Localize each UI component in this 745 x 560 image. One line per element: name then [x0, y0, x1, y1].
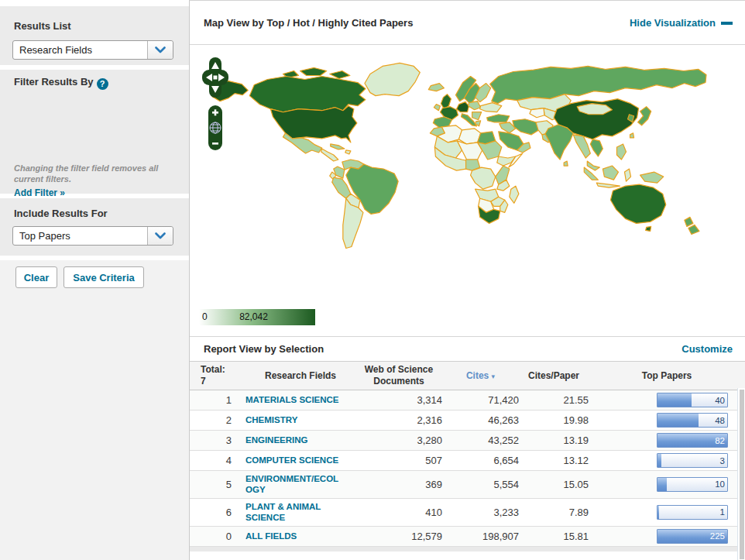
sort-desc-icon: ▾	[492, 373, 496, 380]
hide-visualization-link[interactable]: Hide Visualization	[630, 17, 733, 29]
rank-cell: 4	[190, 455, 239, 466]
legend-max: 82,042	[239, 311, 268, 322]
filter-section: Filter Results By? Changing the filter f…	[0, 70, 189, 194]
rank-cell: 3	[190, 435, 239, 446]
table-row: 6 PLANT & ANIMAL SCIENCE 410 3,233 7.89 …	[190, 499, 745, 527]
top-papers-bar: 10	[657, 477, 728, 492]
clear-button[interactable]: Clear	[15, 266, 57, 288]
docs-cell: 3,314	[355, 394, 442, 406]
top-papers-bar: 40	[657, 393, 728, 407]
legend-min: 0	[202, 311, 208, 322]
docs-cell: 12,579	[355, 531, 442, 542]
cites-column-header[interactable]: Cites ▾	[442, 370, 519, 382]
field-link[interactable]: MATERIALS SCIENCE	[245, 394, 345, 405]
results-list-select[interactable]: Research Fields	[12, 40, 173, 60]
total-header: Total: 7	[190, 364, 239, 387]
field-link[interactable]: CHEMISTRY	[245, 414, 345, 425]
rank-cell: 2	[190, 414, 239, 426]
cites-per-paper-cell: 15.81	[519, 531, 589, 542]
viz-header: Map View by Top / Hot / Highly Cited Pap…	[190, 1, 745, 45]
table-row: 4 COMPUTER SCIENCE 507 6,654 13.12 3	[190, 451, 745, 471]
top-papers-column-header: Top Papers	[589, 370, 745, 382]
scrollbar-thumb[interactable]	[740, 390, 744, 559]
cites-per-paper-cell: 15.05	[519, 479, 589, 490]
customize-link[interactable]: Customize	[681, 343, 733, 355]
cites-cell: 3,233	[442, 507, 519, 518]
include-results-value: Top Papers	[13, 230, 147, 242]
rank-cell: 6	[190, 507, 239, 518]
field-link[interactable]: ENGINEERING	[245, 435, 345, 445]
report-title: Report View by Selection	[204, 343, 681, 355]
results-list-value: Research Fields	[13, 44, 147, 56]
filter-title: Filter Results By?	[14, 76, 108, 90]
top-papers-bar: 3	[657, 453, 728, 468]
actions-section	[0, 260, 189, 560]
field-link[interactable]: ENVIRONMENT/ECOLOGY	[245, 473, 345, 496]
top-papers-value: 1	[720, 507, 725, 517]
table-row: 5 ENVIRONMENT/ECOLOGY 369 5,554 15.05 10	[190, 471, 745, 499]
top-papers-bar-fill	[657, 414, 699, 427]
filter-sidebar: Results List Research Fields Filter Resu…	[0, 0, 189, 560]
add-filter-link[interactable]: Add Filter »	[14, 187, 65, 198]
cites-cell: 198,907	[442, 531, 519, 542]
rank-cell: 1	[190, 394, 239, 406]
include-results-section: Include Results For Top Papers	[0, 198, 189, 256]
main-panel: Map View by Top / Hot / Highly Cited Pap…	[189, 0, 745, 560]
docs-cell: 2,316	[355, 414, 442, 426]
cites-per-paper-cell: 13.12	[519, 455, 589, 466]
cites-per-paper-column-header: Cites/Paper	[519, 370, 589, 382]
table-footer	[190, 547, 745, 551]
save-criteria-button[interactable]: Save Criteria	[64, 266, 144, 288]
cites-cell: 43,252	[442, 435, 519, 446]
top-papers-value: 40	[715, 396, 725, 405]
top-papers-bar: 1	[657, 505, 728, 520]
top-papers-bar-fill	[657, 478, 667, 491]
top-papers-bar: 48	[657, 413, 728, 428]
viz-title: Map View by Top / Hot / Highly Cited Pap…	[204, 17, 630, 29]
table-row: 2 CHEMISTRY 2,316 46,263 19.98 48	[190, 411, 745, 431]
field-link[interactable]: COMPUTER SCIENCE	[245, 455, 345, 466]
rank-cell: 0	[190, 531, 239, 542]
cites-per-paper-cell: 21.55	[519, 394, 589, 406]
top-papers-bar-fill	[657, 454, 661, 467]
map-pan-zoom-control[interactable]	[201, 56, 232, 153]
cites-cell: 71,420	[442, 394, 519, 406]
table-header-row: Total: 7 Research Fields Web of Science …	[190, 362, 745, 390]
report-header: Report View by Selection Customize	[190, 336, 745, 362]
top-papers-value: 225	[710, 531, 725, 541]
include-results-label: Include Results For	[14, 208, 108, 219]
top-papers-value: 48	[715, 416, 725, 425]
results-list-section: Results List Research Fields	[0, 6, 189, 65]
table-row: 0 ALL FIELDS 12,579 198,907 15.81 225	[190, 527, 745, 547]
help-icon[interactable]: ?	[97, 78, 108, 90]
top-papers-value: 82	[715, 436, 725, 445]
top-papers-bar: 225	[657, 529, 728, 544]
table-body: 1 MATERIALS SCIENCE 3,314 71,420 21.55 4…	[190, 390, 745, 547]
filter-note: Changing the filter field removes all cu…	[14, 163, 173, 185]
top-papers-value: 10	[715, 479, 725, 489]
docs-cell: 369	[355, 479, 442, 490]
cites-cell: 5,554	[442, 479, 519, 490]
cites-cell: 6,654	[442, 455, 519, 466]
cites-per-paper-cell: 7.89	[519, 507, 589, 518]
docs-cell: 3,280	[355, 435, 442, 446]
minus-icon	[721, 22, 733, 25]
results-list-label: Results List	[14, 20, 71, 32]
docs-column-header: Web of Science Documents	[355, 364, 442, 387]
zoom-out-icon[interactable]	[212, 143, 218, 145]
docs-cell: 410	[355, 507, 442, 518]
chevron-down-icon	[147, 227, 173, 245]
cites-per-paper-cell: 13.19	[519, 435, 589, 446]
table-scrollbar[interactable]	[737, 388, 745, 560]
map-legend: 0 82,042	[199, 309, 315, 325]
country-group[interactable]	[212, 63, 706, 248]
field-link[interactable]: ALL FIELDS	[245, 531, 345, 541]
include-results-select[interactable]: Top Papers	[12, 226, 173, 246]
chevron-down-icon	[147, 41, 173, 59]
field-column-header: Research Fields	[239, 370, 355, 382]
world-map[interactable]	[205, 60, 707, 256]
field-link[interactable]: PLANT & ANIMAL SCIENCE	[245, 501, 345, 524]
top-papers-bar-fill	[657, 506, 659, 519]
top-papers-value: 3	[720, 456, 725, 466]
map-area: 0 82,042	[190, 45, 745, 336]
